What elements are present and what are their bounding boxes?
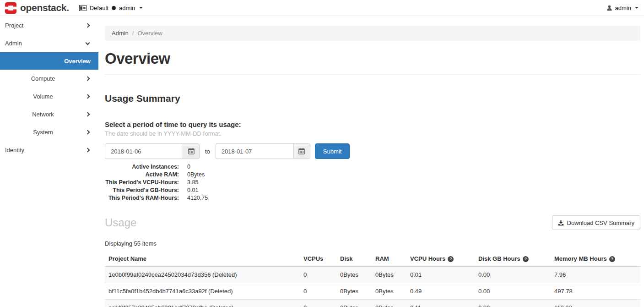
chevron-right-icon [86,130,90,135]
column-header-label: Disk [340,255,352,262]
title-divider [105,74,640,75]
help-icon[interactable]: ? [523,256,529,262]
calendar-icon [188,148,195,154]
column-header-label: VCPUs [303,255,323,262]
breadcrumb-current: Overview [137,30,162,37]
user-name: admin [615,5,631,11]
project-name-cell: bf11c5fa0f1b452db4b7741a6c33a92f (Delete… [105,283,300,300]
stat-value: 0.01 [187,186,198,194]
submit-button[interactable]: Submit [315,143,350,159]
column-header-label: Project Name [108,255,146,262]
context-switcher[interactable]: Default admin [79,5,143,11]
help-icon[interactable]: ? [448,256,454,262]
chevron-right-icon [86,148,90,153]
breadcrumb: Admin / Overview [105,26,640,41]
sidebar-item-label: Overview [0,58,98,65]
chevron-down-icon [635,7,639,9]
help-icon[interactable]: ? [609,256,615,262]
date-format-hint: The date should be in YYYY-MM-DD format. [105,130,640,137]
column-header-disk-gb-hours[interactable]: Disk GB Hours? [475,251,551,267]
download-csv-button[interactable]: Download CSV Summary [552,215,640,230]
column-header-vcpu-hours[interactable]: VCPU Hours? [406,251,475,267]
domain-icon [79,5,87,11]
end-date-calendar-button[interactable] [293,143,310,159]
value-cell: 0 [300,300,336,307]
column-header-memory-mb-hours[interactable]: Memory MB Hours? [551,251,640,267]
sidebar: ProjectAdminOverviewComputeVolumeNetwork… [0,16,98,307]
column-header-label: VCPU Hours [410,255,445,262]
value-cell: 0Bytes [336,283,372,300]
main-content: Admin / Overview Overview Usage Summary … [98,16,644,307]
usage-summary-heading: Usage Summary [105,93,640,104]
sidebar-item-volume[interactable]: Volume [0,88,98,105]
chevron-right-icon [86,23,90,28]
column-header-label: Disk GB Hours [478,255,520,262]
stat-label: Active Instances: [105,163,179,171]
table-row: bf11c5fa0f1b452db4b7741a6c33a92f (Delete… [105,283,640,300]
user-menu[interactable]: admin [606,5,639,11]
stat-value: 3.85 [187,179,198,186]
value-cell: 0Bytes [372,283,406,300]
column-header-disk[interactable]: Disk [336,251,372,267]
start-date-input[interactable] [105,143,183,159]
value-cell: 0.01 [406,267,475,283]
sidebar-item-compute[interactable]: Compute [0,70,98,88]
stat-value: 0Bytes [187,171,205,179]
stat-value: 4120.75 [187,194,208,202]
value-cell: 0Bytes [372,267,406,283]
item-count: Displaying 55 items [105,240,640,247]
value-cell: 0 [300,283,336,300]
stat-label: This Period's GB-Hours: [105,186,179,194]
value-cell: 0Bytes [372,300,406,307]
date-range-form: to Submit [105,143,640,159]
stat-row: This Period's GB-Hours:0.01 [105,186,640,194]
sidebar-item-label: Identity [0,147,86,154]
sidebar-item-label: System [0,129,86,136]
value-cell: 497.78 [551,283,640,300]
breadcrumb-separator: / [132,30,134,37]
value-cell: 0Bytes [336,300,372,307]
openstack-brand-link[interactable]: openstack. [5,2,69,14]
sidebar-item-admin[interactable]: Admin [0,34,98,52]
top-navbar: openstack. Default admin admin [0,0,644,16]
value-cell: 7.96 [551,267,640,283]
stat-row: This Period's VCPU-Hours:3.85 [105,179,640,186]
breadcrumb-admin-link[interactable]: Admin [112,30,129,37]
column-header-ram[interactable]: RAM [372,251,406,267]
project-name-cell: ea1f2f357c09465eb6991edf7079efbe (Delete… [105,300,300,307]
value-cell: 0.00 [475,283,551,300]
sidebar-item-label: Admin [0,40,86,47]
sidebar-item-overview[interactable]: Overview [0,52,98,70]
stat-label: This Period's RAM-Hours: [105,194,179,202]
sidebar-item-system[interactable]: System [0,123,98,141]
usage-table-body: 1e0b0f99af0249cea24502034d73d356 (Delete… [105,267,640,307]
column-header-project-name[interactable]: Project Name [105,251,300,267]
end-date-input[interactable] [216,143,293,159]
openstack-logo-icon [5,2,17,14]
sidebar-item-label: Compute [0,75,86,82]
sidebar-item-network[interactable]: Network [0,105,98,123]
to-label: to [205,148,210,155]
stat-row: Active Instances:0 [105,163,640,171]
column-header-label: RAM [375,255,389,262]
value-cell: 0.11 [406,300,475,307]
start-date-calendar-button[interactable] [183,143,200,159]
sidebar-item-label: Volume [0,93,86,100]
chevron-down-icon [139,7,143,9]
project-name-cell: 1e0b0f99af0249cea24502034d73d356 (Delete… [105,267,300,283]
sidebar-item-label: Project [0,22,86,29]
stat-row: Active RAM:0Bytes [105,171,640,179]
sidebar-item-project[interactable]: Project [0,16,98,34]
value-cell: 0.49 [406,283,475,300]
value-cell: 0.00 [475,267,551,283]
sidebar-item-identity[interactable]: Identity [0,141,98,159]
brand-wordmark: openstack. [20,3,69,13]
current-domain: Default [90,5,108,11]
user-icon [606,5,612,11]
column-header-vcpus[interactable]: VCPUs [300,251,336,267]
table-row: 1e0b0f99af0249cea24502034d73d356 (Delete… [105,267,640,283]
column-header-label: Memory MB Hours [554,255,607,262]
separator-dot-icon [112,6,116,10]
download-csv-label: Download CSV Summary [567,219,634,226]
page-title: Overview [105,50,640,67]
